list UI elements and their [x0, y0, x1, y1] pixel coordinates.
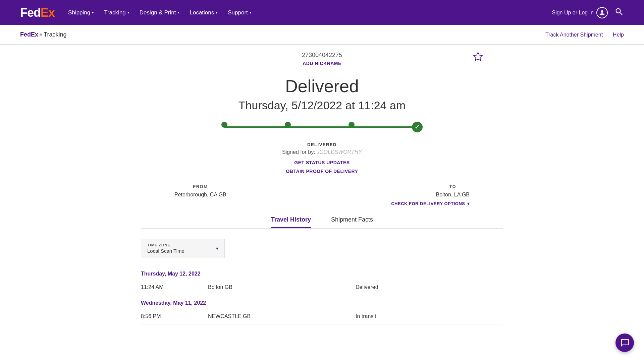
navbar-right: Sign Up or Log In: [552, 7, 624, 18]
help-link[interactable]: Help: [613, 32, 624, 38]
search-button[interactable]: [614, 7, 624, 18]
timezone-value: Local Scan Time: [147, 248, 184, 254]
progress-dot-1: [221, 122, 227, 128]
subbar-title: Tracking: [44, 31, 66, 38]
chevron-down-icon: ▾: [250, 10, 252, 15]
nav-item-design-print[interactable]: Design & Print ▾: [140, 9, 180, 16]
check-delivery-options-link[interactable]: CHECK FOR DELIVERY OPTIONS ▾: [391, 201, 470, 206]
table-row: 11:24 AM Bolton GB Delivered: [141, 280, 503, 295]
from-label: FROM: [174, 184, 226, 189]
svg-marker-0: [474, 53, 482, 61]
progress-bar: ✓: [221, 122, 423, 132]
signed-for-text: Signed for by: JGOLDSWORTHY: [141, 149, 503, 155]
nav-label-design: Design & Print: [140, 9, 176, 16]
track-another-link[interactable]: Track Another Shipment: [545, 32, 603, 38]
history-container: Thursday, May 12, 2022 11:24 AM Bolton G…: [141, 266, 503, 324]
progress-section: ✓: [141, 122, 503, 132]
get-status-updates-link[interactable]: GET STATUS UPDATES: [294, 160, 350, 165]
delivered-info: DELIVERED Signed for by: JGOLDSWORTHY GE…: [141, 142, 503, 174]
nav-label-tracking: Tracking: [104, 9, 126, 16]
nav-items: Shipping ▾ Tracking ▾ Design & Print ▾ L…: [68, 9, 252, 16]
tab-travel-history-label: Travel History: [271, 216, 311, 223]
timezone-label: TIME ZONE: [147, 243, 184, 247]
status-date: Thursday, 5/12/2022 at 11:24 am: [141, 99, 503, 112]
chevron-down-icon: ▾: [467, 201, 470, 206]
nav-label-shipping: Shipping: [68, 9, 90, 16]
logo-fed: Fed: [20, 6, 41, 20]
action-links: GET STATUS UPDATES OBTAIN PROOF OF DELIV…: [141, 160, 503, 174]
obtain-proof-link[interactable]: OBTAIN PROOF OF DELIVERY: [286, 169, 358, 174]
chevron-down-icon: ▾: [92, 10, 94, 15]
chat-button[interactable]: [615, 334, 634, 352]
tab-travel-history[interactable]: Travel History: [271, 216, 311, 228]
table-row: 8:56 PM NEWCASTLE GB In transit: [141, 309, 503, 324]
check-delivery-label: CHECK FOR DELIVERY OPTIONS: [391, 201, 465, 206]
history-status: In transit: [356, 313, 503, 319]
chevron-down-icon: ▾: [127, 10, 129, 15]
tabs-section: Travel History Shipment Facts TIME ZONE …: [141, 216, 503, 335]
chevron-down-icon: ▾: [216, 10, 218, 15]
from-to-section: FROM Peterborough, CA GB TO Bolton, LA G…: [141, 184, 503, 198]
chevron-down-icon: ▾: [177, 10, 179, 15]
subbar: FedEx® Tracking Track Another Shipment H…: [0, 25, 644, 45]
progress-dot-3: [348, 122, 355, 128]
progress-dot-final: ✓: [412, 122, 423, 132]
to-label: TO: [436, 184, 470, 189]
tab-shipment-facts[interactable]: Shipment Facts: [331, 216, 373, 228]
timezone-selector[interactable]: TIME ZONE Local Scan Time ▾: [141, 239, 225, 258]
travel-history-content: TIME ZONE Local Scan Time ▾ Thursday, Ma…: [141, 229, 503, 335]
from-value: Peterborough, CA GB: [174, 192, 226, 198]
timezone-chevron-icon: ▾: [216, 246, 218, 251]
logo-ex: Ex: [41, 6, 55, 20]
nav-item-shipping[interactable]: Shipping ▾: [68, 9, 94, 16]
progress-dots: ✓: [221, 122, 423, 132]
delivery-options-row: CHECK FOR DELIVERY OPTIONS ▾: [141, 201, 503, 206]
to-block: TO Bolton, LA GB: [436, 184, 470, 198]
history-location: Bolton GB: [208, 284, 356, 290]
user-icon: [596, 7, 608, 18]
subbar-brand: FedEx: [20, 31, 38, 38]
main-content: 273004042275 ADD NICKNAME Delivered Thur…: [121, 45, 523, 348]
history-location: NEWCASTLE GB: [208, 313, 356, 319]
progress-dot-2: [285, 122, 291, 128]
from-block: FROM Peterborough, CA GB: [174, 184, 226, 198]
tracking-header-row: 273004042275 ADD NICKNAME: [141, 52, 503, 69]
sign-up-button[interactable]: Sign Up or Log In: [552, 7, 608, 18]
nav-item-support[interactable]: Support ▾: [228, 9, 252, 16]
add-nickname-button[interactable]: ADD NICKNAME: [302, 61, 342, 66]
tab-shipment-facts-label: Shipment Facts: [331, 216, 373, 223]
tabs-bar: Travel History Shipment Facts: [141, 216, 503, 229]
favorite-button[interactable]: [473, 52, 483, 64]
timezone-info: TIME ZONE Local Scan Time: [147, 243, 184, 254]
history-date: Thursday, May 12, 2022: [141, 266, 503, 280]
subbar-sup: ®: [40, 33, 42, 37]
subbar-actions: Track Another Shipment Help: [545, 32, 624, 38]
nav-item-locations[interactable]: Locations ▾: [190, 9, 218, 16]
sign-up-label: Sign Up or Log In: [552, 10, 594, 16]
signed-for-label: Signed for by:: [282, 149, 315, 155]
nav-label-locations: Locations: [190, 9, 214, 16]
status-section: Delivered Thursday, 5/12/2022 at 11:24 a…: [141, 76, 503, 112]
fedex-logo[interactable]: FedEx: [20, 6, 55, 20]
navbar: FedEx Shipping ▾ Tracking ▾ Design & Pri…: [0, 0, 644, 25]
history-status: Delivered: [356, 284, 503, 290]
nav-label-support: Support: [228, 9, 248, 16]
signed-name: JGOLDSWORTHY: [317, 149, 362, 155]
tracking-number: 273004042275: [302, 52, 342, 59]
tracking-header: 273004042275 ADD NICKNAME: [302, 52, 342, 66]
navbar-left: FedEx Shipping ▾ Tracking ▾ Design & Pri…: [20, 6, 252, 20]
history-date: Wednesday, May 11, 2022: [141, 295, 503, 309]
nav-item-tracking[interactable]: Tracking ▾: [104, 9, 129, 16]
history-time: 11:24 AM: [141, 284, 208, 290]
to-value: Bolton, LA GB: [436, 192, 470, 198]
history-time: 8:56 PM: [141, 313, 208, 319]
subbar-breadcrumb: FedEx® Tracking: [20, 31, 67, 38]
delivered-label: DELIVERED: [141, 142, 503, 147]
status-title: Delivered: [141, 76, 503, 96]
